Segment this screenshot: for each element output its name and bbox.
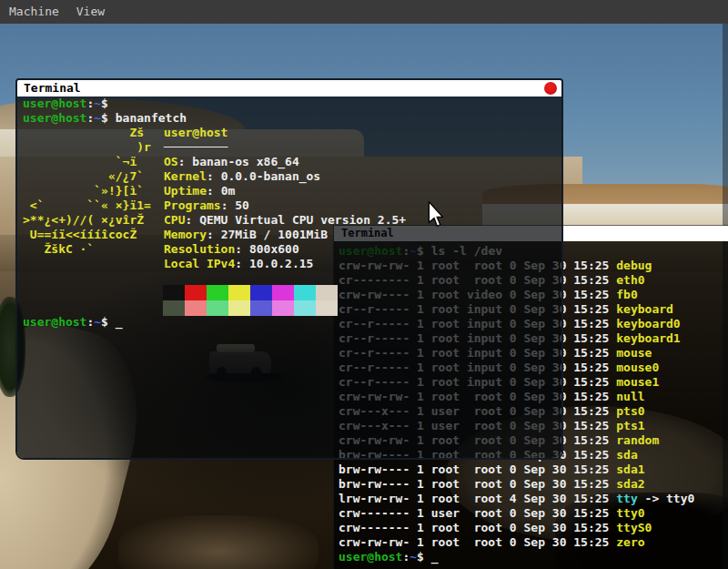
menu-item[interactable]: Machine <box>9 0 59 24</box>
fetch-label: Resolution <box>164 242 235 256</box>
fetch-info-line: Memory: 27MiB / 1001MiB <box>164 228 406 242</box>
palette-swatch <box>316 285 338 300</box>
palette-swatch <box>294 285 316 300</box>
file-name: sda1 <box>616 462 644 476</box>
palette-swatch <box>163 300 185 316</box>
fetch-value: ───────── <box>164 140 228 154</box>
terminal-window-bananfetch: Terminal user@host:~$ user@host:~$ banan… <box>15 78 563 460</box>
file-name: pts0 <box>616 404 644 418</box>
fetch-info-line: Kernel: 0.0.0-banan_os <box>164 169 406 184</box>
palette-swatch <box>228 300 250 316</box>
palette-swatch <box>207 285 228 300</box>
palette-swatch <box>207 300 228 316</box>
text-cursor: _ <box>431 550 439 564</box>
fetch-value: 800x600 <box>249 242 299 256</box>
file-name: keyboard1 <box>616 331 680 345</box>
file-name: mouse <box>616 346 652 360</box>
ls-row: crw-rw-rw- 1 root root 0 Sep 30 15:25 ze… <box>339 535 728 550</box>
file-name: keyboard0 <box>616 317 680 330</box>
file-meta: lrw-rw-rw- 1 root root 4 Sep 30 15:25 <box>339 492 616 505</box>
ls-row: brw-rw---- 1 root root 0 Sep 30 15:25 sd… <box>339 477 728 492</box>
fetch-label: Memory <box>164 228 207 241</box>
link-target: -> tty0 <box>638 492 695 505</box>
fetch-value: banan-os x86_64 <box>192 155 298 168</box>
fetch-value: 10.0.2.15 <box>249 257 313 270</box>
file-name: mouse1 <box>616 375 659 389</box>
file-name: debug <box>616 259 652 272</box>
fetch-info-line: Resolution: 800x600 <box>164 242 406 257</box>
palette-swatch <box>272 285 294 300</box>
palette-swatch <box>272 300 294 316</box>
text-cursor: _ <box>116 315 123 329</box>
file-name: tty0 <box>616 506 644 520</box>
palette-swatch <box>185 285 207 300</box>
banana-ascii-art: Zš )r `¬ï «/¿7` `»!}[ì` <` ``« ×}ï1= >**… <box>23 126 151 257</box>
fetch-info-line: Programs: 50 <box>164 198 406 213</box>
shell-prompt-line: user@host:~$ _ <box>23 315 123 330</box>
window-title: Terminal <box>24 81 81 95</box>
palette-swatch <box>250 285 272 300</box>
file-name: pts1 <box>616 419 644 432</box>
fetch-info-line: Uptime: 0m <box>164 184 406 198</box>
fetch-info-line: OS: banan-os x86_64 <box>164 155 406 169</box>
fetch-label: Uptime <box>164 184 207 198</box>
fetch-value: 27MiB / 1001MiB <box>221 228 328 241</box>
fetch-value: 0m <box>221 184 236 198</box>
ls-row: crw------- 1 user root 0 Sep 30 15:25 tt… <box>339 506 728 521</box>
file-name: keyboard <box>616 302 673 316</box>
fetch-label: Local IPv4 <box>164 257 235 270</box>
file-meta: crw------- 1 root root 0 Sep 30 15:25 <box>339 521 616 534</box>
fetch-info-line: ───────── <box>164 140 406 155</box>
file-meta: crw------- 1 user root 0 Sep 30 15:25 <box>339 506 616 520</box>
fetch-info-line: user@host <box>164 126 406 140</box>
file-name: ttyS0 <box>616 521 652 534</box>
shell-prompt-line: user@host:~$ <box>23 97 116 111</box>
file-name: mouse0 <box>616 361 659 374</box>
file-name: sda <box>616 448 637 462</box>
fetch-label: Programs <box>164 198 221 212</box>
palette-swatch <box>185 300 207 316</box>
fetch-label: CPU <box>164 213 185 227</box>
window-titlebar[interactable]: Terminal <box>17 80 561 97</box>
fetch-info: user@host─────────OS: banan-os x86_64Ker… <box>164 126 406 271</box>
fetch-value: QEMU Virtual CPU version 2.5+ <box>199 213 406 227</box>
palette-row-bright <box>163 300 338 316</box>
fetch-label: user@host <box>164 126 228 139</box>
fetch-info-line: Local IPv4: 10.0.2.15 <box>164 257 406 271</box>
palette-row-normal <box>163 285 338 300</box>
ls-row: brw-rw---- 1 root root 0 Sep 30 15:25 sd… <box>339 462 728 477</box>
file-meta: crw-rw-rw- 1 root root 0 Sep 30 15:25 <box>339 535 616 549</box>
palette-swatch <box>163 285 185 300</box>
vm-screen: { "menu": { "items": ["Machine", "View"]… <box>0 0 728 569</box>
file-meta: brw-rw---- 1 root root 0 Sep 30 15:25 <box>339 462 616 476</box>
file-name: random <box>616 433 659 447</box>
ls-row: lrw-rw-rw- 1 root root 4 Sep 30 15:25 tt… <box>339 492 728 506</box>
file-name: tty <box>616 492 637 505</box>
file-name: null <box>616 390 644 403</box>
palette-swatch <box>294 300 316 316</box>
shell-command-line: user@host:~$ bananfetch <box>23 111 187 126</box>
fetch-info-line: CPU: QEMU Virtual CPU version 2.5+ <box>164 213 406 228</box>
file-meta: brw-rw---- 1 root root 0 Sep 30 15:25 <box>339 477 616 491</box>
palette-swatch <box>316 300 338 316</box>
close-button[interactable] <box>544 82 557 95</box>
ls-row: crw------- 1 root root 0 Sep 30 15:25 tt… <box>339 521 728 535</box>
terminal-content[interactable]: user@host:~$ user@host:~$ bananfetch Zš … <box>17 97 561 458</box>
palette-swatch <box>250 300 272 316</box>
fetch-value: 50 <box>235 198 249 212</box>
wallpaper-rocks <box>118 515 318 569</box>
file-name: zero <box>616 535 644 549</box>
mouse-cursor-icon <box>428 201 443 231</box>
file-name: fb0 <box>616 288 637 301</box>
menu-item[interactable]: View <box>76 0 105 24</box>
terminal-color-palette <box>163 285 338 316</box>
file-name: eth0 <box>616 273 644 287</box>
file-name: sda2 <box>616 477 644 491</box>
palette-swatch <box>228 285 250 300</box>
fetch-label: Kernel <box>164 169 207 183</box>
fetch-value: 0.0.0-banan_os <box>221 169 321 183</box>
typed-command: bananfetch <box>116 111 187 125</box>
fetch-label: OS <box>164 155 178 168</box>
vm-menubar: MachineView <box>0 0 728 24</box>
shell-prompt-line: user@host:~$ _ <box>339 550 728 564</box>
